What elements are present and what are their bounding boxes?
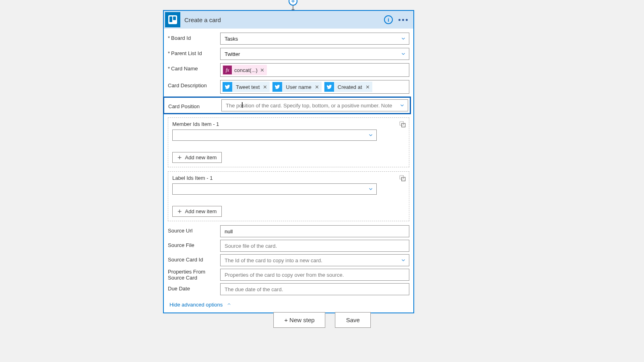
source-card-id-label: Source Card Id bbox=[168, 254, 220, 263]
label-ids-item-select[interactable] bbox=[172, 183, 377, 195]
card-name-input[interactable]: fx concat(...) ✕ bbox=[220, 63, 409, 77]
add-member-item-button[interactable]: + Add new item bbox=[172, 152, 222, 163]
switch-array-mode-button[interactable] bbox=[398, 174, 407, 182]
board-id-label: *Board Id bbox=[168, 33, 220, 41]
remove-token-button[interactable]: ✕ bbox=[260, 67, 267, 73]
label-ids-item-label: Label Ids Item - 1 bbox=[172, 175, 405, 181]
due-date-label: Due Date bbox=[168, 283, 220, 292]
label-ids-group: Label Ids Item - 1 + Add new item bbox=[168, 171, 409, 221]
source-url-input[interactable]: null bbox=[220, 225, 409, 237]
remove-token-button[interactable]: ✕ bbox=[365, 84, 372, 90]
remove-token-button[interactable]: ✕ bbox=[263, 84, 270, 90]
twitter-icon bbox=[223, 82, 232, 92]
card-header[interactable]: Create a card i bbox=[164, 11, 413, 29]
remove-token-button[interactable]: ✕ bbox=[315, 84, 322, 90]
source-url-label: Source Url bbox=[168, 225, 220, 234]
token-label: Created at bbox=[334, 84, 365, 90]
add-item-label: Add new item bbox=[185, 154, 217, 160]
fx-token-label: concat(...) bbox=[232, 67, 260, 73]
card-position-placeholder: The position of the card. Specify top, b… bbox=[222, 103, 396, 109]
card-description-input[interactable]: Tweet text ✕ User name ✕ Created at ✕ bbox=[220, 80, 409, 94]
source-card-id-select[interactable]: The Id of the card to copy into a new ca… bbox=[220, 254, 409, 266]
new-step-button[interactable]: + New step bbox=[273, 312, 325, 328]
chevron-down-icon bbox=[365, 186, 376, 192]
card-position-row: Card Position The position of the card. … bbox=[163, 97, 411, 114]
properties-from-source-input[interactable]: Properties of the card to copy over from… bbox=[220, 269, 409, 281]
card-title: Create a card bbox=[184, 16, 384, 23]
twitter-icon bbox=[272, 82, 282, 92]
switch-array-mode-button[interactable] bbox=[398, 120, 407, 128]
board-id-select[interactable]: Tasks bbox=[220, 33, 409, 45]
card-position-label: Card Position bbox=[168, 102, 221, 109]
properties-from-source-label: Properties From Source Card bbox=[168, 269, 220, 281]
card-description-label: Card Description bbox=[168, 80, 220, 88]
twitter-icon bbox=[324, 82, 334, 92]
plus-icon: + bbox=[178, 209, 182, 214]
due-date-input[interactable]: The due date of the card. bbox=[220, 283, 409, 295]
twitter-token-tweet-text[interactable]: Tweet text ✕ bbox=[222, 82, 270, 92]
source-card-id-placeholder: The Id of the card to copy into a new ca… bbox=[221, 257, 398, 263]
chevron-down-icon bbox=[398, 36, 409, 41]
parent-list-id-label: *Parent List Id bbox=[168, 48, 220, 56]
board-id-value: Tasks bbox=[221, 36, 398, 42]
twitter-token-user-name[interactable]: User name ✕ bbox=[272, 82, 322, 92]
action-card: Create a card i *Board Id Tasks *Parent … bbox=[163, 10, 414, 313]
card-position-select[interactable]: The position of the card. Specify top, b… bbox=[221, 99, 408, 111]
card-name-label: *Card Name bbox=[168, 63, 220, 72]
parent-list-id-select[interactable]: Twitter bbox=[220, 48, 409, 60]
member-ids-item-select[interactable] bbox=[172, 130, 377, 141]
plus-icon: + bbox=[178, 155, 182, 160]
token-label: Tweet text bbox=[233, 84, 263, 90]
info-icon[interactable]: i bbox=[384, 15, 393, 24]
member-ids-item-label: Member Ids Item - 1 bbox=[172, 121, 405, 127]
source-file-input[interactable]: Source file of the card. bbox=[220, 240, 409, 252]
token-label: User name bbox=[283, 84, 315, 90]
chevron-up-icon bbox=[227, 302, 231, 308]
fx-token[interactable]: fx concat(...) ✕ bbox=[222, 65, 267, 75]
chevron-down-icon bbox=[398, 51, 409, 57]
chevron-down-icon bbox=[396, 103, 408, 108]
trello-icon bbox=[165, 12, 180, 27]
hide-advanced-options-link[interactable]: Hide advanced options bbox=[169, 302, 231, 308]
parent-list-id-value: Twitter bbox=[221, 51, 398, 57]
add-item-label: Add new item bbox=[185, 208, 217, 214]
fx-icon: fx bbox=[223, 66, 232, 74]
source-file-label: Source File bbox=[168, 240, 220, 248]
add-label-item-button[interactable]: + Add new item bbox=[172, 206, 222, 217]
more-menu-button[interactable] bbox=[398, 19, 408, 21]
member-ids-group: Member Ids Item - 1 + Add new item bbox=[168, 117, 409, 167]
chevron-down-icon bbox=[365, 132, 376, 138]
add-step-above-button[interactable]: + bbox=[289, 0, 297, 6]
twitter-token-created-at[interactable]: Created at ✕ bbox=[324, 82, 372, 92]
save-button[interactable]: Save bbox=[335, 312, 371, 328]
chevron-down-icon bbox=[398, 257, 409, 263]
